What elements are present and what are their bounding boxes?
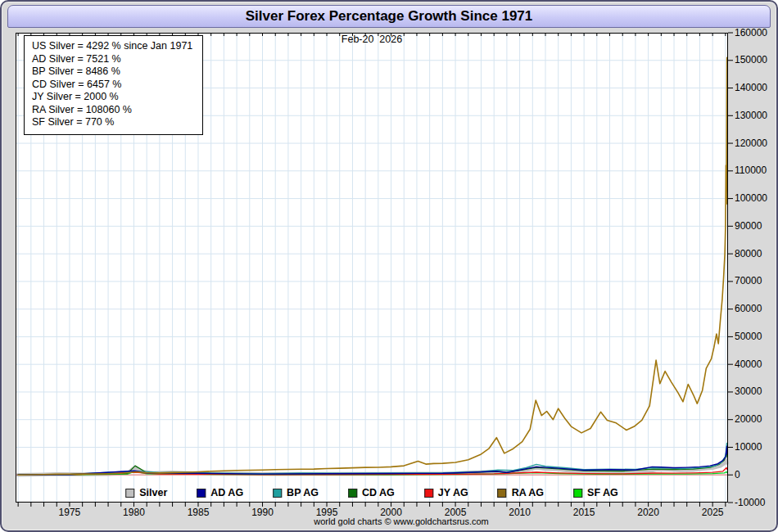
series-values-info-box: US Silver = 4292 % since Jan 1971AD Silv… <box>24 35 203 135</box>
y-axis-label: 10000 <box>735 441 777 453</box>
chart-window: Silver Forex Percentage Growth Since 197… <box>0 0 778 532</box>
y-axis-label: 60000 <box>735 303 777 315</box>
legend-item-ad-ag: AD AG <box>197 487 243 498</box>
legend-item-bp-ag: BP AG <box>273 487 319 498</box>
y-axis-label: 150000 <box>735 54 777 66</box>
legend-swatch-icon <box>498 489 507 498</box>
y-axis-label: 120000 <box>735 138 777 150</box>
legend-swatch-icon <box>197 489 206 498</box>
legend-item-jy-ag: JY AG <box>424 487 468 498</box>
y-axis-label: 20000 <box>735 413 777 426</box>
page-title: Silver Forex Percentage Growth Since 197… <box>246 8 533 24</box>
copyright-text: world gold charts © www.goldchartsrus.co… <box>26 516 776 526</box>
legend-item-ra-ag: RA AG <box>498 487 544 498</box>
info-box-line: US Silver = 4292 % since Jan 1971 <box>32 40 192 53</box>
plot-area: Feb-20 2026 US Silver = 4292 % since Jan… <box>16 33 728 503</box>
chart-legend: SilverAD AGBP AGCD AGJY AGRA AGSF AG <box>125 487 618 498</box>
legend-label: CD AG <box>362 487 395 498</box>
y-axis-label: -10000 <box>735 497 777 509</box>
legend-item-cd-ag: CD AG <box>348 487 395 498</box>
legend-swatch-icon <box>348 489 357 498</box>
legend-label: AD AG <box>210 487 243 498</box>
info-box-line: BP Silver = 8486 % <box>32 65 192 79</box>
legend-label: SF AG <box>587 487 618 498</box>
y-axis-label: 140000 <box>735 82 777 94</box>
y-axis-label: 130000 <box>735 110 777 122</box>
y-axis-label: 70000 <box>735 275 777 287</box>
info-box-line: JY Silver = 2000 % <box>32 91 192 104</box>
info-box-line: AD Silver = 7521 % <box>32 53 192 66</box>
legend-swatch-icon <box>125 489 134 498</box>
legend-swatch-icon <box>273 489 282 498</box>
info-box-line: RA Silver = 108060 % <box>32 104 192 117</box>
legend-label: Silver <box>139 487 167 498</box>
y-axis-label: 50000 <box>735 331 777 343</box>
legend-label: RA AG <box>512 487 544 498</box>
chart-title-bar: Silver Forex Percentage Growth Since 197… <box>7 5 771 28</box>
y-axis-label: 100000 <box>735 192 777 205</box>
y-axis-label: 40000 <box>735 358 777 371</box>
y-axis-label: 160000 <box>735 27 777 39</box>
legend-label: BP AG <box>287 487 319 498</box>
info-box-line: SF Silver = 770 % <box>32 116 192 129</box>
y-axis-label: 110000 <box>735 165 777 177</box>
legend-label: JY AG <box>438 487 468 498</box>
y-axis-label: 30000 <box>735 385 777 398</box>
legend-swatch-icon <box>573 489 582 498</box>
legend-item-sf-ag: SF AG <box>573 487 618 498</box>
legend-item-silver: Silver <box>125 487 167 498</box>
info-box-line: CD Silver = 6457 % <box>32 79 192 92</box>
y-axis-label: 80000 <box>735 248 777 260</box>
y-axis-label: 0 <box>735 469 777 481</box>
y-axis-label: 90000 <box>735 220 777 232</box>
date-annotation: Feb-20 2026 <box>342 34 402 45</box>
legend-swatch-icon <box>424 489 433 498</box>
